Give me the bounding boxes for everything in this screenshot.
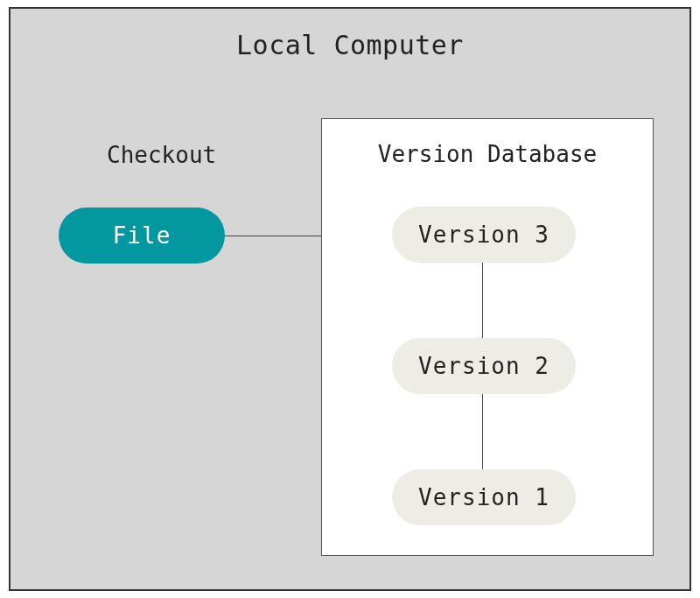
connector-v3-to-v2 <box>482 263 483 338</box>
file-node-label: File <box>113 222 172 249</box>
diagram-title: Local Computer <box>10 30 690 60</box>
version-database-title: Version Database <box>322 141 653 167</box>
version-database-box: Version Database Version 3 Version 2 Ver… <box>321 118 654 556</box>
checkout-label: Checkout <box>107 142 216 168</box>
version-node-1: Version 1 <box>392 469 576 525</box>
connector-v2-to-v1 <box>482 394 483 469</box>
version-node-3: Version 3 <box>392 207 576 263</box>
version-3-label: Version 3 <box>418 222 550 248</box>
local-computer-frame: Local Computer Checkout File Version Dat… <box>9 7 691 591</box>
version-node-2: Version 2 <box>392 338 576 394</box>
file-node: File <box>59 208 225 264</box>
version-2-label: Version 2 <box>418 353 550 379</box>
version-1-label: Version 1 <box>418 484 550 510</box>
